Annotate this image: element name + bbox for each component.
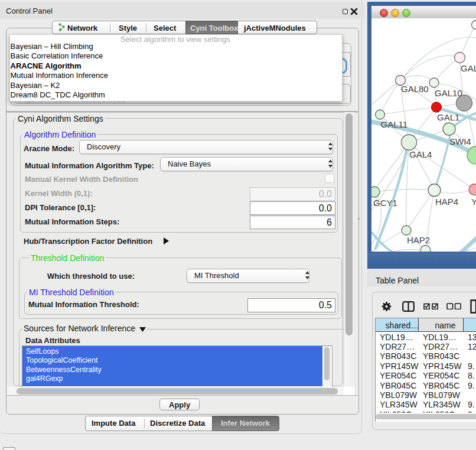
svg-text:GAL10: GAL10 bbox=[435, 88, 462, 98]
svg-text:GAL11: GAL11 bbox=[381, 119, 408, 129]
svg-text:GCY1: GCY1 bbox=[373, 198, 397, 208]
svg-text:HAP2: HAP2 bbox=[407, 235, 430, 245]
svg-text:Y: Y bbox=[471, 197, 476, 207]
svg-text:HAP4: HAP4 bbox=[435, 197, 458, 207]
svg-text:SWI4: SWI4 bbox=[449, 136, 471, 146]
svg-text:GAL1: GAL1 bbox=[437, 112, 459, 122]
svg-text:GAL80: GAL80 bbox=[401, 84, 429, 94]
svg-text:GAL2: GAL2 bbox=[461, 63, 476, 73]
svg-text:GAL4: GAL4 bbox=[409, 149, 432, 159]
